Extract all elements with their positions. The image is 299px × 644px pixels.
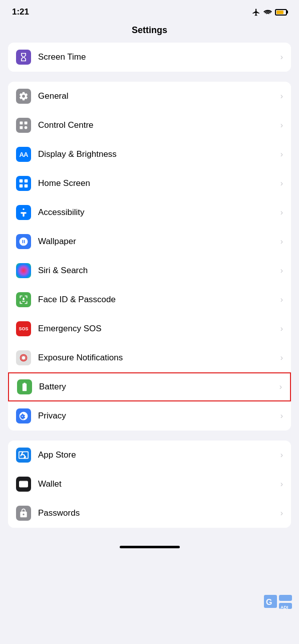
general-icon [16, 89, 31, 104]
status-icons [252, 8, 287, 17]
home-bar [120, 546, 180, 548]
status-bar: 1:21 [0, 0, 299, 21]
svg-point-3 [25, 126, 28, 129]
svg-point-9 [23, 357, 25, 359]
settings-row-app-store[interactable]: App Store › [8, 441, 291, 470]
accessibility-label: Accessibility [38, 207, 280, 218]
exposure-icon [16, 350, 31, 365]
svg-text:ADI: ADI [280, 605, 288, 610]
settings-row-wallpaper[interactable]: Wallpaper › [8, 227, 291, 256]
exposure-label: Exposure Notifications [38, 353, 280, 363]
svg-point-8 [23, 208, 24, 210]
screen-time-card: Screen Time › [8, 43, 291, 72]
display-icon: AA [16, 147, 31, 162]
app-store-icon [16, 448, 31, 463]
home-screen-label: Home Screen [38, 178, 280, 188]
apps-card: App Store › Wallet › Passwords › [8, 441, 291, 528]
battery-label: Battery [39, 382, 279, 392]
display-chevron: › [280, 150, 283, 159]
display-label: Display & Brightness [38, 149, 280, 159]
general-label: General [38, 91, 280, 101]
app-store-chevron: › [280, 451, 283, 460]
settings-row-face-id[interactable]: Face ID & Passcode › [8, 285, 291, 314]
general-chevron: › [280, 92, 283, 101]
settings-row-emergency-sos[interactable]: SOS Emergency SOS › [8, 314, 291, 343]
privacy-label: Privacy [38, 411, 280, 421]
settings-row-wallet[interactable]: Wallet › [8, 470, 291, 499]
wifi-icon [263, 9, 272, 16]
face-id-label: Face ID & Passcode [38, 295, 280, 305]
passwords-icon [16, 506, 31, 521]
passwords-chevron: › [280, 509, 283, 518]
settings-row-exposure[interactable]: Exposure Notifications › [8, 343, 291, 372]
svg-rect-4 [20, 179, 23, 183]
screen-time-icon [16, 50, 31, 65]
wallet-chevron: › [280, 480, 283, 489]
settings-row-screen-time[interactable]: Screen Time › [8, 43, 291, 72]
home-screen-icon [16, 176, 31, 191]
svg-text:G: G [266, 598, 272, 606]
home-screen-chevron: › [280, 179, 283, 188]
exposure-chevron: › [280, 353, 283, 362]
page-title-bar: Settings [0, 21, 299, 43]
wallpaper-label: Wallpaper [38, 237, 280, 247]
siri-chevron: › [280, 266, 283, 275]
status-time: 1:21 [12, 7, 29, 17]
svg-rect-2 [20, 126, 23, 129]
privacy-icon [16, 408, 31, 423]
passwords-label: Passwords [38, 508, 280, 518]
apps-group: App Store › Wallet › Passwords › [8, 441, 291, 528]
settings-row-siri[interactable]: Siri & Search › [8, 256, 291, 285]
settings-row-general[interactable]: General › [8, 82, 291, 111]
page-title: Settings [132, 25, 167, 35]
screen-time-group: Screen Time › [8, 43, 291, 72]
svg-rect-1 [25, 122, 28, 125]
control-centre-label: Control Centre [38, 120, 280, 130]
face-id-chevron: › [280, 295, 283, 304]
screen-time-label: Screen Time [38, 52, 280, 62]
battery-icon [17, 379, 32, 394]
settings-row-home-screen[interactable]: Home Screen › [8, 169, 291, 198]
svg-rect-15 [279, 595, 292, 601]
svg-rect-5 [25, 179, 28, 183]
control-centre-chevron: › [280, 121, 283, 130]
watermark: G ADI [263, 594, 293, 619]
svg-rect-0 [20, 122, 23, 125]
wallet-label: Wallet [38, 479, 280, 489]
settings-row-passwords[interactable]: Passwords › [8, 499, 291, 528]
control-centre-icon [16, 118, 31, 133]
emergency-sos-icon: SOS [16, 321, 31, 336]
app-store-label: App Store [38, 450, 280, 460]
svg-rect-12 [20, 481, 28, 487]
emergency-sos-label: Emergency SOS [38, 324, 280, 334]
battery-chevron: › [279, 382, 282, 391]
settings-row-privacy[interactable]: Privacy › [8, 401, 291, 431]
siri-label: Siri & Search [38, 266, 280, 276]
home-indicator [0, 538, 299, 554]
battery-row-wrapper: Battery › [8, 372, 291, 401]
accessibility-icon [16, 205, 31, 220]
wallet-icon [16, 477, 31, 492]
screen-time-chevron: › [280, 53, 283, 62]
settings-row-accessibility[interactable]: Accessibility › [8, 198, 291, 227]
wallpaper-icon [16, 234, 31, 249]
svg-rect-13 [25, 485, 27, 486]
battery-status-icon [275, 9, 287, 16]
main-settings-group: General › Control Centre › AA Display & … [8, 82, 291, 431]
settings-row-battery[interactable]: Battery › [8, 372, 291, 401]
svg-rect-6 [20, 184, 23, 188]
emergency-sos-chevron: › [280, 324, 283, 333]
accessibility-chevron: › [280, 208, 283, 217]
settings-row-display[interactable]: AA Display & Brightness › [8, 140, 291, 169]
siri-icon [16, 263, 31, 278]
main-settings-card: General › Control Centre › AA Display & … [8, 82, 291, 431]
svg-rect-7 [25, 184, 28, 188]
airplane-icon [252, 8, 260, 17]
wallpaper-chevron: › [280, 237, 283, 246]
face-id-icon [16, 292, 31, 307]
settings-row-control-centre[interactable]: Control Centre › [8, 111, 291, 140]
privacy-chevron: › [280, 411, 283, 420]
